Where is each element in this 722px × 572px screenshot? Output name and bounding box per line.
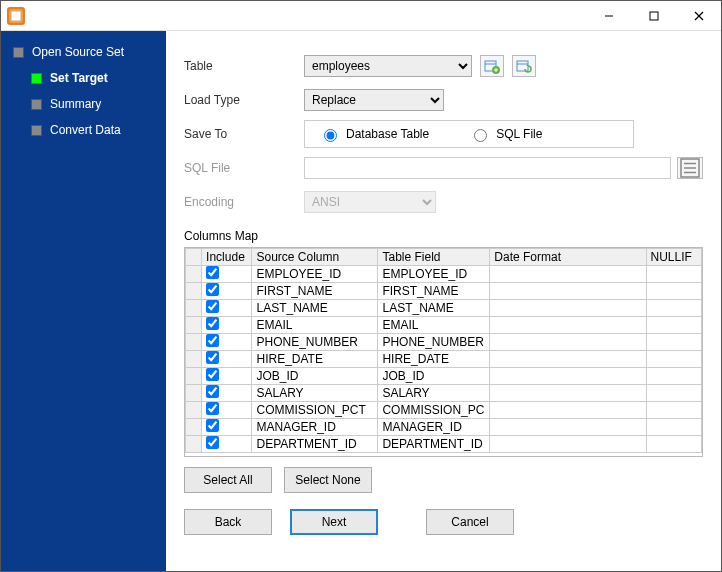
new-table-icon[interactable] <box>480 55 504 77</box>
row-header[interactable] <box>186 334 202 351</box>
nullif-cell[interactable] <box>646 436 701 453</box>
table-field-cell[interactable]: FIRST_NAME <box>378 283 490 300</box>
sidebar-item-set-target[interactable]: Set Target <box>31 65 166 91</box>
source-column-cell[interactable]: SALARY <box>252 385 378 402</box>
include-checkbox[interactable] <box>206 283 219 296</box>
date-format-cell[interactable] <box>490 385 646 402</box>
columns-grid[interactable]: Include Source Column Table Field Date F… <box>184 247 703 457</box>
source-column-cell[interactable]: COMMISSION_PCT <box>252 402 378 419</box>
close-button[interactable] <box>676 1 721 30</box>
table-row[interactable]: DEPARTMENT_IDDEPARTMENT_ID <box>186 436 702 453</box>
save-to-db-radio[interactable]: Database Table <box>319 126 429 142</box>
table-field-cell[interactable]: EMPLOYEE_ID <box>378 266 490 283</box>
row-header[interactable] <box>186 266 202 283</box>
include-checkbox[interactable] <box>206 436 219 449</box>
date-format-cell[interactable] <box>490 317 646 334</box>
include-checkbox[interactable] <box>206 419 219 432</box>
table-row[interactable]: COMMISSION_PCTCOMMISSION_PC <box>186 402 702 419</box>
sidebar-item-summary[interactable]: Summary <box>31 91 166 117</box>
col-nullif-header[interactable]: NULLIF <box>646 249 701 266</box>
nullif-cell[interactable] <box>646 317 701 334</box>
table-row[interactable]: EMAILEMAIL <box>186 317 702 334</box>
row-header[interactable] <box>186 436 202 453</box>
refresh-table-icon[interactable] <box>512 55 536 77</box>
source-column-cell[interactable]: JOB_ID <box>252 368 378 385</box>
date-format-cell[interactable] <box>490 266 646 283</box>
nullif-cell[interactable] <box>646 334 701 351</box>
save-to-sql-radio[interactable]: SQL File <box>469 126 542 142</box>
nullif-cell[interactable] <box>646 385 701 402</box>
col-date-header[interactable]: Date Format <box>490 249 646 266</box>
nullif-cell[interactable] <box>646 402 701 419</box>
nullif-cell[interactable] <box>646 368 701 385</box>
select-none-button[interactable]: Select None <box>284 467 372 493</box>
table-field-cell[interactable]: EMAIL <box>378 317 490 334</box>
col-source-header[interactable]: Source Column <box>252 249 378 266</box>
row-header[interactable] <box>186 419 202 436</box>
row-header[interactable] <box>186 300 202 317</box>
table-field-cell[interactable]: MANAGER_ID <box>378 419 490 436</box>
include-checkbox[interactable] <box>206 317 219 330</box>
row-header[interactable] <box>186 317 202 334</box>
source-column-cell[interactable]: EMPLOYEE_ID <box>252 266 378 283</box>
next-button[interactable]: Next <box>290 509 378 535</box>
include-checkbox[interactable] <box>206 402 219 415</box>
include-checkbox[interactable] <box>206 351 219 364</box>
source-column-cell[interactable]: FIRST_NAME <box>252 283 378 300</box>
source-column-cell[interactable]: EMAIL <box>252 317 378 334</box>
maximize-button[interactable] <box>631 1 676 30</box>
nullif-cell[interactable] <box>646 300 701 317</box>
table-field-cell[interactable]: PHONE_NUMBER <box>378 334 490 351</box>
source-column-cell[interactable]: MANAGER_ID <box>252 419 378 436</box>
sidebar-item-open-source-set[interactable]: Open Source Set <box>13 39 166 65</box>
load-type-select[interactable]: Replace <box>304 89 444 111</box>
table-field-cell[interactable]: JOB_ID <box>378 368 490 385</box>
table-select[interactable]: employees <box>304 55 472 77</box>
source-column-cell[interactable]: PHONE_NUMBER <box>252 334 378 351</box>
back-button[interactable]: Back <box>184 509 272 535</box>
table-row[interactable]: FIRST_NAMEFIRST_NAME <box>186 283 702 300</box>
source-column-cell[interactable]: LAST_NAME <box>252 300 378 317</box>
table-row[interactable]: HIRE_DATEHIRE_DATE <box>186 351 702 368</box>
date-format-cell[interactable] <box>490 402 646 419</box>
col-field-header[interactable]: Table Field <box>378 249 490 266</box>
table-row[interactable]: MANAGER_IDMANAGER_ID <box>186 419 702 436</box>
row-header[interactable] <box>186 351 202 368</box>
include-checkbox[interactable] <box>206 266 219 279</box>
nullif-cell[interactable] <box>646 351 701 368</box>
include-checkbox[interactable] <box>206 300 219 313</box>
date-format-cell[interactable] <box>490 436 646 453</box>
cancel-button[interactable]: Cancel <box>426 509 514 535</box>
table-row[interactable]: JOB_IDJOB_ID <box>186 368 702 385</box>
table-row[interactable]: LAST_NAMELAST_NAME <box>186 300 702 317</box>
include-checkbox[interactable] <box>206 385 219 398</box>
nullif-cell[interactable] <box>646 419 701 436</box>
date-format-cell[interactable] <box>490 283 646 300</box>
select-all-button[interactable]: Select All <box>184 467 272 493</box>
row-header[interactable] <box>186 368 202 385</box>
row-header[interactable] <box>186 385 202 402</box>
sidebar-item-convert-data[interactable]: Convert Data <box>31 117 166 143</box>
date-format-cell[interactable] <box>490 368 646 385</box>
table-field-cell[interactable]: HIRE_DATE <box>378 351 490 368</box>
table-field-cell[interactable]: COMMISSION_PC <box>378 402 490 419</box>
include-checkbox[interactable] <box>206 334 219 347</box>
nullif-cell[interactable] <box>646 283 701 300</box>
nullif-cell[interactable] <box>646 266 701 283</box>
table-field-cell[interactable]: SALARY <box>378 385 490 402</box>
row-header[interactable] <box>186 283 202 300</box>
table-row[interactable]: EMPLOYEE_IDEMPLOYEE_ID <box>186 266 702 283</box>
row-header[interactable] <box>186 402 202 419</box>
date-format-cell[interactable] <box>490 300 646 317</box>
browse-file-icon[interactable] <box>677 157 703 179</box>
include-checkbox[interactable] <box>206 368 219 381</box>
table-row[interactable]: SALARYSALARY <box>186 385 702 402</box>
source-column-cell[interactable]: HIRE_DATE <box>252 351 378 368</box>
source-column-cell[interactable]: DEPARTMENT_ID <box>252 436 378 453</box>
col-include-header[interactable]: Include <box>202 249 252 266</box>
table-field-cell[interactable]: LAST_NAME <box>378 300 490 317</box>
minimize-button[interactable] <box>586 1 631 30</box>
table-field-cell[interactable]: DEPARTMENT_ID <box>378 436 490 453</box>
date-format-cell[interactable] <box>490 334 646 351</box>
table-row[interactable]: PHONE_NUMBERPHONE_NUMBER <box>186 334 702 351</box>
